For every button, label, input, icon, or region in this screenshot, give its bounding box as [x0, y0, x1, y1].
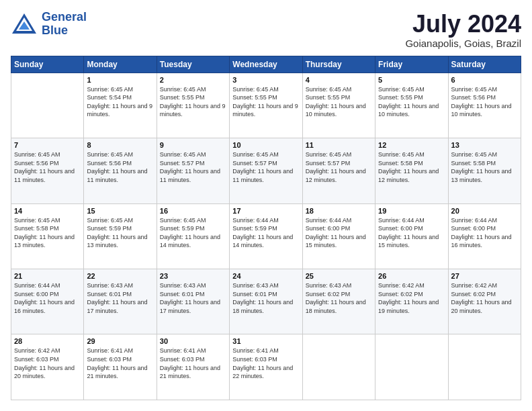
day-number: 26 [378, 272, 445, 280]
day-info: Sunrise: 6:45 AMSunset: 5:55 PMDaylight:… [306, 85, 372, 119]
day-number: 10 [232, 141, 299, 149]
day-number: 9 [160, 141, 226, 149]
day-info: Sunrise: 6:43 AMSunset: 6:01 PMDaylight:… [232, 281, 299, 315]
day-info: Sunrise: 6:45 AMSunset: 5:55 PMDaylight:… [232, 85, 299, 119]
day-info: Sunrise: 6:41 AMSunset: 6:03 PMDaylight:… [232, 347, 299, 380]
day-number: 17 [232, 207, 299, 215]
table-row: 9Sunrise: 6:45 AMSunset: 5:57 PMDaylight… [157, 138, 229, 203]
table-row: 16Sunrise: 6:45 AMSunset: 5:59 PMDayligh… [157, 203, 229, 269]
day-info: Sunrise: 6:44 AMSunset: 5:59 PMDaylight:… [232, 216, 299, 250]
table-row [448, 334, 521, 400]
table-row: 25Sunrise: 6:43 AMSunset: 6:02 PMDayligh… [302, 269, 375, 334]
day-number: 8 [87, 141, 153, 149]
day-info: Sunrise: 6:41 AMSunset: 6:03 PMDaylight:… [160, 347, 226, 380]
day-number: 18 [306, 207, 372, 215]
day-number: 15 [87, 207, 153, 215]
col-tuesday: Tuesday [157, 56, 229, 73]
table-row: 11Sunrise: 6:45 AMSunset: 5:57 PMDayligh… [302, 138, 375, 203]
day-number: 22 [87, 272, 153, 280]
day-number: 4 [306, 76, 372, 84]
table-row: 8Sunrise: 6:45 AMSunset: 5:56 PMDaylight… [84, 138, 157, 203]
location-subtitle: Goianapolis, Goias, Brazil [405, 38, 521, 49]
table-row: 2Sunrise: 6:45 AMSunset: 5:55 PMDaylight… [157, 73, 229, 138]
day-info: Sunrise: 6:45 AMSunset: 5:57 PMDaylight:… [160, 150, 226, 184]
day-info: Sunrise: 6:43 AMSunset: 6:01 PMDaylight:… [160, 281, 226, 315]
day-number: 12 [378, 141, 445, 149]
table-row: 7Sunrise: 6:45 AMSunset: 5:56 PMDaylight… [11, 138, 84, 203]
table-row: 28Sunrise: 6:42 AMSunset: 6:03 PMDayligh… [11, 334, 84, 400]
table-row: 19Sunrise: 6:44 AMSunset: 6:00 PMDayligh… [375, 203, 448, 269]
day-info: Sunrise: 6:45 AMSunset: 5:55 PMDaylight:… [160, 85, 226, 119]
col-friday: Friday [375, 56, 448, 73]
day-info: Sunrise: 6:45 AMSunset: 5:59 PMDaylight:… [160, 216, 226, 250]
day-info: Sunrise: 6:42 AMSunset: 6:02 PMDaylight:… [378, 281, 445, 315]
page: General Blue July 2024 Goianapolis, Goia… [0, 0, 532, 411]
table-row: 30Sunrise: 6:41 AMSunset: 6:03 PMDayligh… [157, 334, 229, 400]
day-info: Sunrise: 6:44 AMSunset: 6:00 PMDaylight:… [306, 216, 372, 250]
table-row: 20Sunrise: 6:44 AMSunset: 6:00 PMDayligh… [448, 203, 521, 269]
table-row [375, 334, 448, 400]
calendar-week-4: 21Sunrise: 6:44 AMSunset: 6:00 PMDayligh… [11, 269, 521, 334]
day-number: 7 [14, 141, 81, 149]
day-info: Sunrise: 6:44 AMSunset: 6:00 PMDaylight:… [378, 216, 445, 250]
day-number: 27 [451, 272, 518, 280]
day-number: 24 [232, 272, 299, 280]
day-number: 5 [378, 76, 445, 84]
col-monday: Monday [84, 56, 157, 73]
day-number: 2 [160, 76, 226, 84]
day-number: 29 [87, 337, 153, 345]
day-number: 16 [160, 207, 226, 215]
day-info: Sunrise: 6:45 AMSunset: 5:55 PMDaylight:… [378, 85, 445, 119]
day-number: 21 [14, 272, 81, 280]
day-info: Sunrise: 6:45 AMSunset: 5:54 PMDaylight:… [87, 85, 153, 119]
day-info: Sunrise: 6:45 AMSunset: 5:57 PMDaylight:… [306, 150, 372, 184]
day-number: 1 [87, 76, 153, 84]
col-thursday: Thursday [302, 56, 375, 73]
table-row: 13Sunrise: 6:45 AMSunset: 5:58 PMDayligh… [448, 138, 521, 203]
col-wednesday: Wednesday [230, 56, 302, 73]
calendar-table: Sunday Monday Tuesday Wednesday Thursday… [11, 56, 521, 400]
day-info: Sunrise: 6:42 AMSunset: 6:02 PMDaylight:… [451, 281, 518, 315]
calendar-week-3: 14Sunrise: 6:45 AMSunset: 5:58 PMDayligh… [11, 203, 521, 269]
table-row: 27Sunrise: 6:42 AMSunset: 6:02 PMDayligh… [448, 269, 521, 334]
table-row [11, 73, 84, 138]
day-info: Sunrise: 6:43 AMSunset: 6:01 PMDaylight:… [87, 281, 153, 315]
table-row: 21Sunrise: 6:44 AMSunset: 6:00 PMDayligh… [11, 269, 84, 334]
day-info: Sunrise: 6:45 AMSunset: 5:56 PMDaylight:… [87, 150, 153, 184]
day-number: 28 [14, 337, 81, 345]
col-sunday: Sunday [11, 56, 84, 73]
calendar-header-row: Sunday Monday Tuesday Wednesday Thursday… [11, 56, 521, 73]
day-info: Sunrise: 6:41 AMSunset: 6:03 PMDaylight:… [87, 347, 153, 380]
table-row: 4Sunrise: 6:45 AMSunset: 5:55 PMDaylight… [302, 73, 375, 138]
table-row: 15Sunrise: 6:45 AMSunset: 5:59 PMDayligh… [84, 203, 157, 269]
logo-line1: General [42, 10, 87, 24]
table-row [302, 334, 375, 400]
table-row: 3Sunrise: 6:45 AMSunset: 5:55 PMDaylight… [230, 73, 302, 138]
month-title: July 2024 [405, 11, 521, 38]
day-info: Sunrise: 6:45 AMSunset: 5:56 PMDaylight:… [451, 85, 518, 119]
day-number: 30 [160, 337, 226, 345]
table-row: 22Sunrise: 6:43 AMSunset: 6:01 PMDayligh… [84, 269, 157, 334]
table-row: 14Sunrise: 6:45 AMSunset: 5:58 PMDayligh… [11, 203, 84, 269]
table-row: 31Sunrise: 6:41 AMSunset: 6:03 PMDayligh… [230, 334, 302, 400]
day-info: Sunrise: 6:45 AMSunset: 5:58 PMDaylight:… [14, 216, 81, 250]
logo: General Blue [11, 11, 87, 38]
day-number: 11 [306, 141, 372, 149]
day-number: 23 [160, 272, 226, 280]
table-row: 10Sunrise: 6:45 AMSunset: 5:57 PMDayligh… [230, 138, 302, 203]
day-number: 19 [378, 207, 445, 215]
day-info: Sunrise: 6:45 AMSunset: 5:58 PMDaylight:… [378, 150, 445, 184]
table-row: 24Sunrise: 6:43 AMSunset: 6:01 PMDayligh… [230, 269, 302, 334]
day-number: 3 [232, 76, 299, 84]
table-row: 17Sunrise: 6:44 AMSunset: 5:59 PMDayligh… [230, 203, 302, 269]
day-info: Sunrise: 6:42 AMSunset: 6:03 PMDaylight:… [14, 347, 81, 380]
col-saturday: Saturday [448, 56, 521, 73]
logo-icon [11, 12, 38, 36]
table-row: 26Sunrise: 6:42 AMSunset: 6:02 PMDayligh… [375, 269, 448, 334]
day-number: 13 [451, 141, 518, 149]
table-row: 12Sunrise: 6:45 AMSunset: 5:58 PMDayligh… [375, 138, 448, 203]
day-info: Sunrise: 6:44 AMSunset: 6:00 PMDaylight:… [14, 281, 81, 315]
day-info: Sunrise: 6:44 AMSunset: 6:00 PMDaylight:… [451, 216, 518, 250]
day-number: 6 [451, 76, 518, 84]
title-block: July 2024 Goianapolis, Goias, Brazil [405, 11, 521, 49]
